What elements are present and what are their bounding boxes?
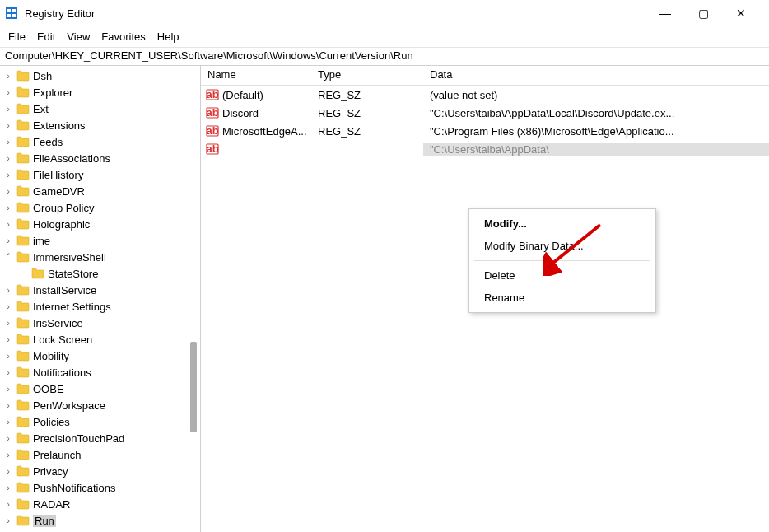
tree-scrollbar[interactable]	[190, 342, 197, 432]
folder-icon	[16, 119, 30, 131]
expander-icon[interactable]: ›	[3, 186, 13, 196]
tree-item-label: PenWorkspace	[33, 399, 105, 412]
menubar: File Edit View Favorites Help	[0, 26, 769, 48]
expander-icon[interactable]: ›	[3, 334, 13, 344]
address-bar[interactable]: Computer\HKEY_CURRENT_USER\Software\Micr…	[0, 48, 769, 66]
expander-icon[interactable]: ›	[3, 433, 13, 443]
folder-icon	[16, 515, 30, 526]
tree-item-label: GameDVR	[33, 185, 85, 198]
tree-item[interactable]: StateStore	[0, 265, 200, 282]
expander-icon[interactable]: ›	[3, 450, 13, 460]
ctx-modify[interactable]: Modify...	[469, 212, 655, 235]
expander-icon[interactable]: ›	[3, 367, 13, 377]
value-type: REG_SZ	[311, 125, 423, 138]
ctx-rename[interactable]: Rename	[469, 287, 655, 309]
close-button[interactable]: ✕	[726, 2, 756, 25]
folder-icon	[16, 86, 30, 98]
menu-file[interactable]: File	[8, 30, 26, 43]
expander-icon[interactable]: ›	[3, 203, 13, 212]
tree-item[interactable]: ›FileAssociations	[0, 150, 200, 166]
tree-pane: ›Dsh›Explorer›Ext›Extensions›Feeds›FileA…	[0, 66, 201, 532]
expander-icon[interactable]: ›	[3, 499, 13, 509]
value-type: REG_SZ	[311, 89, 423, 101]
expander-icon[interactable]: ›	[3, 104, 13, 114]
folder-icon	[16, 301, 30, 312]
expander-icon[interactable]: ›	[3, 153, 13, 163]
expander-icon[interactable]: ›	[3, 318, 13, 328]
tree-item-label: Notifications	[33, 366, 91, 379]
maximize-button[interactable]: ▢	[688, 2, 718, 25]
tree-item[interactable]: ›Feeds	[0, 133, 200, 150]
tree-item[interactable]: ›Policies	[0, 413, 200, 430]
value-data: "C:\Users\taiba\AppData\	[423, 143, 769, 156]
expander-icon[interactable]: ›	[3, 170, 13, 180]
tree-item[interactable]: ›GameDVR	[0, 183, 200, 199]
value-icon	[206, 124, 219, 138]
tree-item[interactable]: ›RADAR	[0, 496, 200, 512]
tree-item[interactable]: ›OOBE	[0, 380, 200, 397]
tree-item[interactable]: ›Extensions	[0, 117, 200, 133]
list-row[interactable]: DiscordREG_SZ"C:\Users\taiba\AppData\Loc…	[201, 104, 769, 122]
expander-icon[interactable]: ›	[3, 351, 13, 361]
list-row[interactable]: (Default)REG_SZ(value not set)	[201, 86, 769, 104]
tree-item[interactable]: ›Holographic	[0, 216, 200, 232]
list-row[interactable]: "C:\Users\taiba\AppData\	[201, 140, 769, 158]
folder-icon	[16, 366, 30, 378]
expander-icon[interactable]: ›	[3, 301, 13, 311]
tree-item[interactable]: ›Lock Screen	[0, 331, 200, 348]
tree-item[interactable]: ›Privacy	[0, 463, 200, 479]
tree-item[interactable]: ›FileHistory	[0, 166, 200, 183]
expander-icon[interactable]: ›	[3, 384, 13, 394]
tree-item[interactable]: ›ime	[0, 232, 200, 249]
expander-icon[interactable]: ›	[3, 516, 13, 525]
col-header-type[interactable]: Type	[311, 66, 423, 85]
expander-icon[interactable]: ›	[3, 120, 13, 130]
tree-item[interactable]: ›PrecisionTouchPad	[0, 430, 200, 446]
minimize-button[interactable]: —	[650, 2, 680, 25]
expander-icon[interactable]: ›	[3, 87, 13, 97]
expander-icon[interactable]: ›	[3, 400, 13, 410]
col-header-data[interactable]: Data	[423, 66, 769, 85]
value-name: (Default)	[222, 89, 263, 101]
folder-icon	[16, 70, 30, 82]
tree-item[interactable]: ›PenWorkspace	[0, 397, 200, 413]
tree-item-label: Group Policy	[33, 202, 94, 214]
expander-icon[interactable]: ›	[3, 137, 13, 147]
col-header-name[interactable]: Name	[201, 66, 311, 85]
ctx-delete[interactable]: Delete	[469, 264, 655, 287]
expander-icon[interactable]: ›	[3, 71, 13, 81]
expander-icon[interactable]: ›	[3, 285, 13, 295]
expander-icon[interactable]: ›	[3, 219, 13, 229]
tree-item[interactable]: ˅ImmersiveShell	[0, 249, 200, 265]
tree-item[interactable]: ›Notifications	[0, 364, 200, 380]
tree-item[interactable]: ›Internet Settings	[0, 298, 200, 315]
ctx-modify-binary[interactable]: Modify Binary Data...	[469, 235, 655, 257]
value-icon	[206, 88, 219, 101]
menu-help[interactable]: Help	[157, 30, 179, 43]
expander-icon[interactable]: ›	[3, 466, 13, 476]
expander-icon[interactable]: ›	[3, 483, 13, 492]
tree-item[interactable]: ›Dsh	[0, 68, 200, 84]
menu-view[interactable]: View	[67, 30, 90, 43]
tree-item[interactable]: ›Run	[0, 512, 200, 529]
tree-item[interactable]: ›Explorer	[0, 84, 200, 100]
tree-item[interactable]: ›Mobility	[0, 348, 200, 364]
menu-edit[interactable]: Edit	[37, 30, 55, 43]
tree-item-label: Mobility	[33, 350, 69, 362]
tree-item[interactable]: ›Ext	[0, 100, 200, 117]
expander-icon[interactable]: ›	[3, 236, 13, 245]
menu-favorites[interactable]: Favorites	[101, 30, 145, 43]
window-title: Registry Editor	[25, 7, 650, 20]
value-data: (value not set)	[423, 89, 769, 101]
tree-item[interactable]: ›PushNotifications	[0, 479, 200, 496]
expander-icon[interactable]: ˅	[3, 252, 13, 263]
tree-item[interactable]: ›IrisService	[0, 315, 200, 331]
expander-icon[interactable]: ›	[3, 417, 13, 427]
tree-item-label: RADAR	[33, 498, 71, 511]
list-row[interactable]: MicrosoftEdgeA...REG_SZ"C:\Program Files…	[201, 122, 769, 140]
tree-item[interactable]: ›Group Policy	[0, 199, 200, 216]
folder-icon	[16, 498, 30, 510]
tree-item[interactable]: ›Prelaunch	[0, 446, 200, 463]
tree-item-label: FileHistory	[33, 169, 83, 181]
tree-item[interactable]: ›InstallService	[0, 282, 200, 298]
